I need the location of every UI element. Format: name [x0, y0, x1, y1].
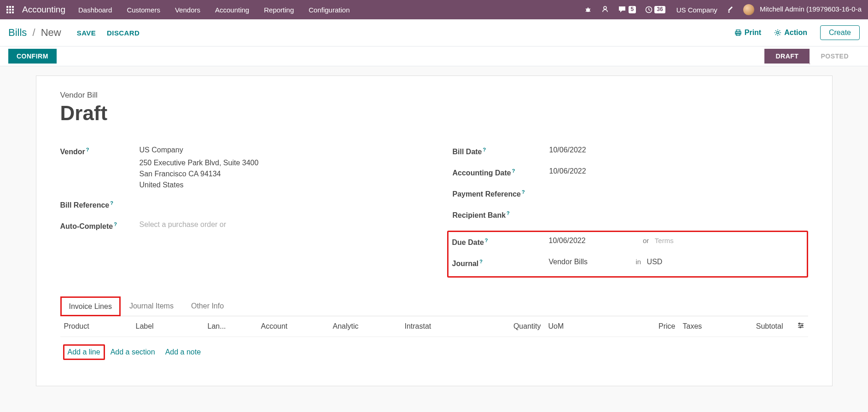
action-button[interactable]: Action: [774, 29, 807, 37]
status-steps: DRAFT POSTED: [764, 49, 860, 64]
svg-point-9: [586, 8, 590, 12]
status-posted[interactable]: POSTED: [810, 49, 860, 64]
svg-line-11: [586, 9, 587, 9]
add-line-button[interactable]: Add a line: [68, 348, 100, 356]
form-col-right: Bill Date? 10/06/2022 Accounting Date? 1…: [453, 146, 808, 278]
svg-point-15: [604, 6, 606, 9]
bill-date-field[interactable]: 10/06/2022: [549, 146, 808, 154]
col-uom[interactable]: UoM: [545, 316, 607, 337]
print-icon: [734, 29, 742, 36]
row-actions: Add a line Add a section Add a note: [64, 342, 804, 362]
activities-icon[interactable]: 36: [645, 6, 665, 13]
svg-rect-5: [12, 9, 14, 11]
currency-field[interactable]: USD: [647, 258, 663, 266]
label-recipient-bank: Recipient Bank?: [453, 209, 549, 220]
breadcrumb-sep: /: [32, 27, 35, 38]
app-name[interactable]: Accounting: [22, 5, 65, 15]
label-journal: Journal?: [452, 258, 549, 268]
help-icon[interactable]: ?: [110, 200, 113, 206]
help-icon[interactable]: ?: [483, 147, 486, 152]
auto-complete-field[interactable]: Select a purchase order or: [140, 221, 416, 229]
vendor-field[interactable]: US Company 250 Executive Park Blvd, Suit…: [140, 146, 416, 189]
lines-table: Product Label Lan... Account Analytic In…: [60, 316, 808, 367]
messages-icon[interactable]: 5: [618, 6, 636, 13]
form-col-left: Vendor? US Company 250 Executive Park Bl…: [60, 146, 416, 278]
support-icon[interactable]: [601, 6, 609, 14]
svg-rect-3: [6, 9, 8, 11]
col-price[interactable]: Price: [607, 316, 679, 337]
right-actions: Print Action Create: [734, 25, 860, 40]
create-button[interactable]: Create: [820, 25, 860, 40]
messages-badge: 5: [629, 6, 636, 13]
bug-icon[interactable]: [584, 6, 592, 13]
menu-dashboard[interactable]: Dashboard: [78, 6, 112, 14]
label-vendor: Vendor?: [60, 146, 140, 156]
menu-vendors[interactable]: Vendors: [175, 6, 200, 14]
menu-accounting[interactable]: Accounting: [215, 6, 249, 14]
help-icon[interactable]: ?: [114, 221, 117, 227]
confirm-button[interactable]: CONFIRM: [8, 49, 57, 64]
svg-rect-4: [9, 9, 11, 11]
label-due-date: Due Date?: [452, 237, 549, 247]
apps-icon[interactable]: [6, 6, 14, 13]
label-bill-reference: Bill Reference?: [60, 199, 140, 209]
svg-rect-1: [9, 6, 11, 8]
status-draft[interactable]: DRAFT: [764, 49, 810, 64]
breadcrumb-root[interactable]: Bills: [8, 27, 27, 38]
tab-journal-items[interactable]: Journal Items: [121, 296, 182, 316]
help-icon[interactable]: ?: [522, 189, 525, 195]
col-intrastat[interactable]: Intrastat: [401, 316, 473, 337]
tabs: Invoice Lines Journal Items Other Info: [60, 296, 808, 316]
top-nav: Accounting Dashboard Customers Vendors A…: [0, 0, 868, 19]
help-icon[interactable]: ?: [512, 168, 515, 174]
add-note-button[interactable]: Add a note: [165, 348, 201, 356]
menu-configuration[interactable]: Configuration: [309, 6, 350, 14]
options-icon[interactable]: [797, 322, 804, 331]
avatar: [743, 4, 754, 15]
svg-point-26: [799, 327, 801, 328]
user-menu[interactable]: Mitchell Admin (19979603-16-0-a: [743, 4, 862, 15]
due-date-field[interactable]: 10/06/2022 or Terms: [549, 237, 803, 245]
help-icon[interactable]: ?: [485, 238, 488, 243]
svg-point-25: [801, 325, 803, 326]
tab-invoice-lines[interactable]: Invoice Lines: [60, 296, 121, 316]
svg-point-24: [798, 323, 800, 325]
svg-rect-6: [6, 12, 8, 13]
col-product[interactable]: Product: [60, 316, 132, 337]
gear-icon: [774, 29, 781, 36]
add-section-button[interactable]: Add a section: [111, 348, 155, 356]
help-icon[interactable]: ?: [86, 147, 89, 152]
label-bill-date: Bill Date?: [453, 146, 549, 156]
cp-actions: SAVE DISCARD: [77, 29, 140, 37]
journal-field[interactable]: Vendor Bills in USD: [549, 258, 803, 266]
help-icon[interactable]: ?: [479, 259, 483, 264]
breadcrumb-leaf: New: [41, 27, 61, 38]
svg-line-13: [586, 11, 587, 12]
terms-field[interactable]: Terms: [655, 237, 674, 244]
breadcrumb: Bills / New: [8, 27, 61, 39]
col-account[interactable]: Account: [257, 316, 329, 337]
print-button[interactable]: Print: [734, 29, 761, 37]
status-bar: CONFIRM DRAFT POSTED: [0, 46, 868, 66]
col-landed[interactable]: Lan...: [204, 316, 257, 337]
accounting-date-field[interactable]: 10/06/2022: [549, 167, 808, 175]
company-switcher[interactable]: US Company: [676, 6, 717, 14]
control-bar: Bills / New SAVE DISCARD Print Action Cr…: [0, 19, 868, 46]
label-accounting-date: Accounting Date?: [453, 167, 549, 177]
label-payment-reference: Payment Reference?: [453, 188, 549, 198]
activities-badge: 36: [654, 6, 665, 13]
tools-icon[interactable]: [727, 6, 734, 13]
highlight-box: Due Date? 10/06/2022 or Terms Journal?: [447, 231, 808, 278]
discard-button[interactable]: DISCARD: [107, 29, 140, 37]
tab-other-info[interactable]: Other Info: [182, 296, 233, 316]
menu-reporting[interactable]: Reporting: [264, 6, 294, 14]
menu-customers[interactable]: Customers: [127, 6, 160, 14]
col-taxes[interactable]: Taxes: [679, 316, 751, 337]
col-label[interactable]: Label: [132, 316, 204, 337]
form-sheet: Vendor Bill Draft Vendor? US Company 250…: [36, 75, 833, 386]
col-analytic[interactable]: Analytic: [329, 316, 401, 337]
help-icon[interactable]: ?: [507, 210, 510, 216]
col-subtotal[interactable]: Subtotal: [751, 316, 787, 337]
col-quantity[interactable]: Quantity: [473, 316, 545, 337]
save-button[interactable]: SAVE: [77, 29, 96, 37]
